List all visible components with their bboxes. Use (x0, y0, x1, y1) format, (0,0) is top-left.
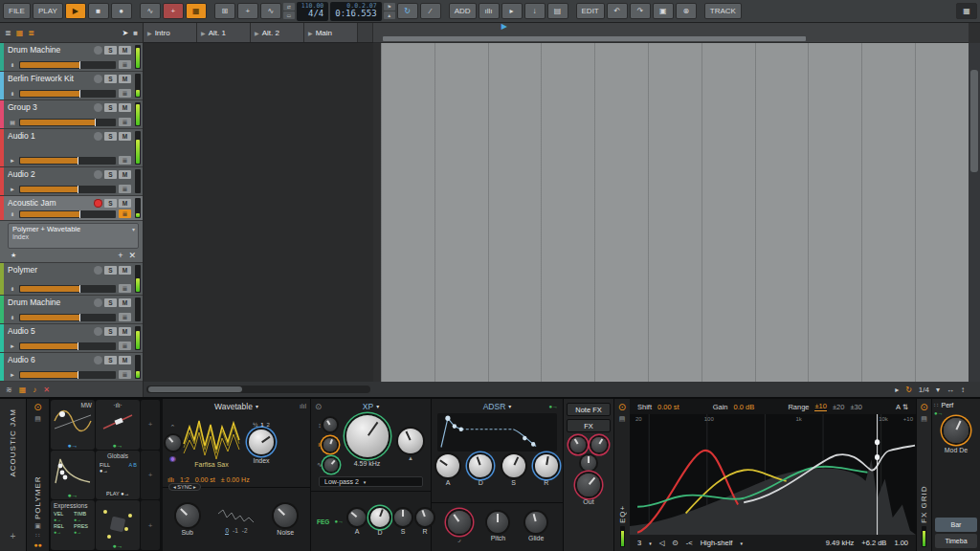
fader-handle[interactable] (78, 342, 78, 350)
solo-button[interactable]: S (104, 356, 117, 364)
fx-knob-1[interactable] (570, 437, 586, 452)
band-type[interactable]: High-shelf (701, 539, 733, 547)
track-row[interactable]: Audio 2SM►≣ (0, 167, 143, 196)
follow-playhead-icon[interactable]: ▸ (895, 386, 899, 394)
vol-knob[interactable] (448, 511, 471, 534)
track-name[interactable]: Drum Machine (8, 298, 92, 307)
cursor-tool-icon[interactable]: ➤ (122, 29, 128, 37)
punch-out-icon[interactable]: ▲ (384, 11, 395, 19)
pads-icon[interactable]: ▦ (186, 3, 207, 19)
filter-header[interactable]: ⊙ XP ▾ (311, 399, 431, 413)
mod-route-icon[interactable]: ●→ (934, 410, 944, 416)
layered-edit-icon[interactable]: ⊞ (214, 3, 235, 19)
solo-button[interactable]: S (104, 266, 117, 275)
track-row[interactable]: Audio 5SM►≣ (0, 324, 143, 353)
band-number[interactable]: 3 (637, 539, 641, 547)
add-modulator-button[interactable]: + (141, 451, 160, 500)
cue-marker-icon[interactable]: ▸ (501, 3, 523, 19)
stop-button[interactable]: ■ (88, 3, 109, 19)
preset-icon[interactable]: ▤ (34, 415, 41, 422)
mod-route-icon[interactable]: ●→ (334, 518, 344, 524)
volume-fader[interactable] (19, 157, 116, 165)
record-arm-button[interactable] (94, 103, 102, 112)
range-10[interactable]: ±10 (814, 402, 826, 411)
caret-icon[interactable]: ▾ (508, 403, 511, 409)
add-device-button[interactable]: + (11, 532, 16, 541)
track-name[interactable]: Acoustic Jam (8, 198, 92, 208)
remove-chain-icon[interactable]: ✕ (128, 251, 136, 260)
phase-icon[interactable]: ◉ (169, 454, 176, 463)
fader-handle[interactable] (79, 61, 80, 69)
play-button[interactable]: ▶ (65, 3, 86, 19)
keys-icon[interactable]: ıllı (167, 476, 174, 483)
sync-label[interactable]: ◂ SYNC ▸ (168, 483, 201, 491)
tempo-display[interactable]: 110.00 4/4 (297, 2, 328, 21)
device-power-icon[interactable]: ⊙ (33, 403, 41, 412)
track-menu-icon[interactable]: ≣ (119, 342, 131, 350)
track-name[interactable]: Berlin Firework Kit (8, 74, 92, 83)
list-view-icon[interactable]: ≣ (28, 29, 34, 37)
record-arm-button[interactable] (94, 170, 102, 179)
unison-option-active[interactable]: 1 (260, 422, 263, 429)
star-icon[interactable]: ★ (11, 252, 16, 259)
fader-handle[interactable] (78, 371, 78, 379)
fx-button[interactable]: FX (567, 419, 611, 432)
add-chain-icon[interactable]: + (118, 251, 122, 260)
fx-knob-2[interactable] (591, 437, 607, 452)
grid-resolution[interactable]: 1/4 (919, 386, 929, 394)
timb-control[interactable]: TIMB●→ (74, 511, 92, 522)
loop-icon[interactable]: ↻ (905, 386, 912, 394)
caret-icon[interactable]: ▾ (649, 540, 652, 546)
track-name[interactable]: Group 3 (8, 102, 92, 112)
track-menu-icon[interactable]: ≣ (119, 118, 131, 126)
vzoom-icon[interactable]: ↕ (961, 386, 965, 394)
track-name[interactable]: Polymer (8, 265, 92, 275)
solo-button[interactable]: S (104, 298, 117, 307)
bar-button[interactable]: Bar (935, 518, 977, 532)
modulators-icon[interactable]: ∷ (35, 532, 39, 539)
device-name-label[interactable]: POLYMER (33, 425, 42, 519)
record-arm-button[interactable] (94, 46, 102, 55)
mod-route-icon[interactable]: ●→ (112, 442, 122, 449)
close-icon[interactable]: ✕ (43, 386, 50, 394)
wavetable-header[interactable]: Wavetable ▾ ılıl (163, 399, 310, 413)
panel-toggle-button[interactable]: ▦ (956, 3, 977, 19)
timeline-ruler[interactable]: ▶ (373, 23, 969, 43)
solo-button[interactable]: S (104, 75, 117, 83)
envmod-knob[interactable] (324, 458, 338, 472)
cutoff-knob[interactable] (346, 415, 389, 457)
play-control[interactable]: PLAY ●→ (96, 491, 140, 496)
solo-button[interactable]: S (104, 199, 117, 208)
track-menu-icon[interactable]: ≣ (119, 60, 131, 69)
range-20[interactable]: ±20 (833, 403, 844, 411)
track-menu-icon[interactable]: ≣ (119, 370, 131, 379)
delete-icon[interactable]: ⊗ (676, 3, 697, 19)
time-value[interactable]: 0:16.553 (335, 10, 376, 19)
feg-label[interactable]: FEG (317, 518, 329, 525)
envelope-title[interactable]: ADSR (483, 402, 506, 411)
solo-button[interactable]: S (104, 327, 117, 336)
shape-knob[interactable] (166, 435, 181, 451)
add-take-icon[interactable]: + (163, 3, 184, 19)
mute-button[interactable]: M (119, 327, 131, 336)
modulator-globals[interactable]: Globals FILL●→ A B PLAY ●→ (96, 451, 140, 500)
track-row[interactable]: Audio 1SM►≣ (0, 129, 143, 167)
volume-fader[interactable] (19, 314, 116, 321)
modulator-expressions[interactable]: Expressions VEL●→ TIMB●→ REL●→ PRES●→ (51, 500, 95, 550)
timebase-button[interactable]: Timeba (935, 534, 977, 548)
vscroll-thumb[interactable] (970, 70, 978, 171)
add-modulator-button[interactable]: + (141, 400, 160, 450)
loop-region[interactable] (383, 36, 806, 41)
redo-icon[interactable]: ↷ (630, 3, 651, 19)
fxgrid-power-icon[interactable]: ⊙ (920, 403, 927, 412)
filter-title[interactable]: XP (363, 402, 373, 411)
remote-controls-icon[interactable]: ▣ (34, 522, 41, 529)
feg-s-knob[interactable] (394, 509, 412, 526)
band-q[interactable]: 1.00 (894, 539, 908, 547)
modulator-envelope[interactable]: ●→ (51, 451, 95, 500)
stop-all-column-header[interactable] (358, 23, 372, 42)
mod-route-icon[interactable]: ●→ (67, 442, 78, 449)
track-row[interactable]: Acoustic JamSMıllı≣ (0, 196, 143, 221)
mod-route-icon[interactable]: ●→ (67, 492, 78, 498)
volume-fader[interactable] (19, 186, 116, 193)
